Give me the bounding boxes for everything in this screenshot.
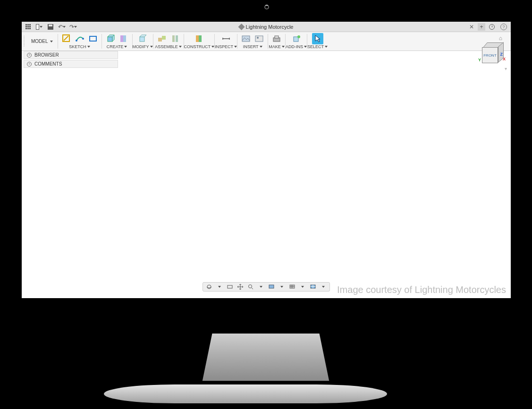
ribbon-group-sketch: SKETCH — [58, 32, 101, 50]
ribbon-group-label[interactable]: SKETCH — [69, 44, 90, 50]
axis-z-label: Z — [500, 52, 503, 57]
save-button[interactable] — [47, 24, 54, 30]
viewcube-front-face[interactable]: FRONT — [482, 47, 498, 63]
modify-pushpull-button[interactable] — [137, 33, 148, 44]
svg-rect-13 — [199, 35, 202, 42]
display-style-menu[interactable] — [279, 284, 285, 290]
svg-point-1 — [76, 40, 77, 42]
svg-point-2 — [82, 38, 84, 40]
file-menu-button[interactable] — [36, 24, 42, 30]
ribbon-group-label[interactable]: MODIFY — [133, 44, 153, 50]
make-3dprint-button[interactable] — [271, 33, 282, 44]
ribbon-group-label[interactable]: INSERT — [243, 44, 262, 50]
inspect-measure-button[interactable] — [220, 33, 232, 44]
ribbon-group-label[interactable]: ASSEMBLE — [155, 44, 182, 50]
select-tool-button[interactable] — [312, 33, 323, 44]
ribbon-group-insert: INSERT — [237, 32, 268, 50]
zoom-menu[interactable] — [258, 284, 264, 290]
insert-canvas-button[interactable] — [253, 33, 265, 44]
comments-heading[interactable]: + COMMENTS — [24, 60, 118, 68]
insert-decal-button[interactable] — [240, 33, 252, 44]
ribbon-group-label[interactable]: CREATE — [107, 44, 127, 50]
loading-spinner-icon — [264, 5, 269, 9]
svg-point-21 — [207, 285, 211, 289]
document-icon — [238, 23, 245, 30]
assemble-joint-button[interactable] — [169, 33, 181, 44]
close-tab-button[interactable]: ✕ — [469, 24, 474, 30]
viewport-button[interactable] — [310, 284, 316, 290]
create-box-button[interactable] — [105, 33, 116, 44]
svg-rect-24 — [269, 285, 274, 288]
svg-rect-3 — [90, 36, 96, 41]
lookat-icon — [227, 284, 233, 290]
quick-access-toolbar: ↶ ↷ — [22, 24, 76, 30]
redo-button[interactable]: ↷ — [70, 24, 76, 30]
grid-button[interactable] — [289, 284, 296, 290]
chevron-down-icon — [50, 41, 53, 42]
ribbon-group-label[interactable]: SELECT — [307, 44, 328, 50]
document-title-text: Lightning Motorcycle — [246, 24, 294, 30]
viewcube-home-button[interactable]: ⌂ — [479, 35, 507, 42]
chevron-down-icon — [40, 26, 42, 28]
svg-rect-7 — [140, 37, 144, 42]
new-tab-button[interactable]: + — [478, 23, 485, 31]
grid-menu[interactable] — [299, 284, 306, 290]
sketch-create-button[interactable] — [61, 33, 72, 44]
browser-heading[interactable]: + BROWSER — [24, 51, 118, 59]
navigation-bar — [203, 282, 330, 292]
zoom-button[interactable] — [247, 284, 254, 290]
svg-rect-15 — [255, 36, 263, 42]
svg-point-23 — [249, 285, 252, 288]
pan-button[interactable] — [237, 284, 244, 290]
viewport-menu[interactable] — [320, 284, 327, 290]
undo-icon: ↶ — [58, 24, 63, 30]
ribbon-group-label[interactable]: CONSTRUCT — [184, 44, 215, 50]
save-icon — [48, 24, 53, 30]
ribbon-group-inspect: INSPECT — [215, 32, 237, 50]
chevron-down-icon — [124, 46, 127, 48]
help-button[interactable]: ? — [500, 24, 507, 30]
measure-icon — [221, 34, 231, 43]
attribution-text: Image courtesy of Lightning Motorcycles — [337, 284, 506, 295]
addins-scripts-button[interactable] — [291, 33, 302, 44]
assemble-component-button[interactable] — [156, 33, 168, 44]
viewcube-menu-button[interactable]: ▾ — [479, 66, 507, 71]
construct-plane-button[interactable] — [194, 33, 205, 44]
canvas-icon — [254, 34, 264, 43]
chevron-down-icon — [260, 286, 262, 288]
ribbon-group-label[interactable]: ADD-INS — [286, 44, 307, 50]
browser-panel: + BROWSER + COMMENTS — [24, 51, 118, 68]
svg-rect-5 — [120, 35, 123, 42]
ribbon-group-label[interactable]: MAKE — [269, 44, 285, 50]
document-title: Lightning Motorcycle — [239, 24, 294, 30]
orbit-menu[interactable] — [216, 284, 223, 290]
zoom-icon — [248, 284, 253, 290]
svg-rect-12 — [196, 35, 199, 42]
rectangle-icon — [88, 34, 98, 43]
ribbon-group-label[interactable]: INSPECT — [215, 44, 237, 50]
apps-grid-icon — [25, 24, 31, 29]
sketch-rectangle-button[interactable] — [87, 33, 99, 44]
job-status-icon[interactable] — [489, 24, 495, 30]
monitor-stand-base — [104, 384, 387, 403]
ribbon-group-construct: CONSTRUCT — [184, 32, 215, 50]
sketch-pencil-icon — [62, 34, 71, 43]
create-extrude-button[interactable] — [118, 33, 129, 44]
pushpull-icon — [138, 34, 147, 43]
apps-grid-button[interactable] — [25, 24, 31, 30]
svg-rect-11 — [176, 35, 178, 42]
svg-rect-4 — [108, 37, 112, 42]
viewcube-cube[interactable]: FRONT Z X Y — [482, 42, 504, 64]
sketch-line-button[interactable] — [74, 33, 85, 44]
expand-icon: + — [27, 62, 32, 67]
ribbon-group-assemble: ASSEMBLE — [153, 32, 184, 50]
ribbon-grip-icon — [22, 32, 26, 50]
lookat-button[interactable] — [227, 284, 233, 290]
undo-button[interactable]: ↶ — [59, 24, 65, 30]
display-style-button[interactable] — [268, 284, 275, 290]
chevron-down-icon — [322, 286, 325, 288]
orbit-button[interactable] — [206, 284, 212, 290]
axis-x-label: X — [503, 57, 506, 61]
workspace-switcher[interactable]: MODEL — [26, 32, 58, 50]
file-icon — [36, 24, 39, 30]
